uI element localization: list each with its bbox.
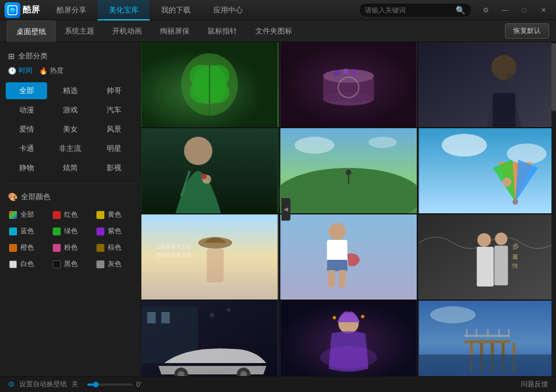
cat-celebrity[interactable]: 明星 [93, 140, 134, 157]
minimize-button[interactable]: — [497, 5, 513, 15]
svg-rect-59 [147, 312, 155, 323]
color-title: 全部颜色 [21, 192, 50, 202]
wallpaper-item-3[interactable] [418, 42, 556, 127]
nav-appstore[interactable]: 应用中心 [202, 0, 254, 20]
slider-track[interactable] [87, 383, 133, 386]
cat-landscape[interactable]: 风景 [93, 121, 134, 138]
svg-rect-82 [466, 329, 468, 337]
color-dot-orange [9, 244, 17, 252]
color-dot-all [9, 211, 17, 219]
svg-rect-86 [508, 329, 510, 337]
title-nav: 酷屏分享 美化宝库 我的下载 应用中心 [45, 0, 359, 20]
color-gray[interactable]: 灰色 [93, 257, 134, 271]
cat-anime[interactable]: 动漫 [6, 102, 47, 119]
close-button[interactable]: ✕ [536, 5, 551, 15]
wallpaper-item-7[interactable]: 让我在离开之前 把你的脸看清楚 [141, 214, 279, 300]
cat-still[interactable]: 静物 [6, 159, 47, 176]
color-label-black: 黑色 [64, 259, 78, 269]
svg-text:步: 步 [513, 242, 520, 250]
tab-folder[interactable]: 文件夹图标 [246, 20, 301, 42]
cat-nonmainstream[interactable]: 非主流 [49, 140, 91, 157]
title-bar: 酷屏 酷屏分享 美化宝库 我的下载 应用中心 🔍 ⚙ — □ ✕ [0, 0, 556, 20]
svg-point-29 [368, 137, 397, 148]
cat-love[interactable]: 爱情 [6, 121, 47, 138]
settings-small-icon: ⚙ [8, 380, 15, 389]
tab-screensaver[interactable]: 绚丽屏保 [151, 20, 199, 42]
color-khaki[interactable]: 棕色 [93, 241, 134, 255]
search-box: 🔍 [359, 3, 472, 18]
feedback-button[interactable]: 问题反馈 [521, 380, 548, 389]
color-orange[interactable]: 橙色 [6, 241, 47, 255]
color-all[interactable]: 全部 [6, 208, 47, 222]
content-wrapper: ◀ [141, 42, 556, 376]
collapse-sidebar-button[interactable]: ◀ [281, 198, 290, 221]
sort-hot-label: 热度 [50, 66, 64, 75]
wallpaper-item-8[interactable] [280, 214, 418, 300]
cat-car[interactable]: 汽车 [93, 102, 134, 119]
cat-movie[interactable]: 影视 [93, 159, 134, 176]
color-grid: 全部 红色 黄色 蓝色 绿色 紫色 [0, 205, 140, 273]
svg-rect-84 [487, 329, 489, 337]
reset-button[interactable]: 恢复默认 [505, 23, 549, 39]
nav-share[interactable]: 酷屏分享 [45, 0, 98, 20]
wallpaper-item-5[interactable] [280, 128, 418, 213]
category-title: 全部分类 [18, 51, 48, 61]
color-green[interactable]: 绿色 [49, 224, 91, 238]
svg-point-37 [503, 178, 512, 187]
cat-all[interactable]: 全部 [6, 82, 47, 99]
color-label-orange: 橙色 [20, 243, 34, 252]
cat-cool[interactable]: 炫简 [49, 159, 91, 176]
cat-game[interactable]: 游戏 [49, 102, 91, 119]
tab-theme[interactable]: 系统主题 [56, 20, 103, 42]
color-yellow[interactable]: 黄色 [93, 208, 134, 222]
wallpaper-item-1[interactable] [141, 42, 279, 127]
color-label-yellow: 黄色 [108, 210, 121, 220]
svg-point-15 [334, 70, 340, 76]
wallpaper-item-6[interactable] [418, 128, 556, 213]
color-pink[interactable]: 粉色 [49, 241, 91, 255]
sort-time[interactable]: 🕐 时间 [8, 66, 32, 75]
wallpaper-item-10[interactable]: ❄ ❄ [141, 301, 279, 376]
category-section-title: ⊞ 全部分类 [0, 48, 140, 65]
sort-time-label: 时间 [19, 66, 32, 75]
sub-nav: 桌面壁纸 系统主题 开机动画 绚丽屏保 鼠标指针 文件夹图标 恢复默认 [0, 20, 556, 42]
cat-cartoon[interactable]: 卡通 [6, 140, 47, 157]
wallpaper-item-9[interactable]: 步 履 情 [418, 214, 556, 300]
color-section-title: 🎨 全部颜色 [0, 188, 140, 205]
svg-text:让我在离开之前: 让我在离开之前 [155, 244, 191, 250]
tab-cursor[interactable]: 鼠标指针 [199, 20, 246, 42]
color-label-purple: 紫色 [108, 226, 121, 236]
cat-beauty[interactable]: 美女 [49, 121, 91, 138]
search-icon[interactable]: 🔍 [456, 6, 465, 15]
search-input[interactable] [365, 6, 456, 14]
cat-handsome[interactable]: 帅哥 [93, 82, 134, 99]
slider-thumb[interactable] [93, 382, 99, 387]
wallpaper-item-11[interactable] [280, 301, 418, 376]
wallpaper-item-2[interactable] [280, 42, 418, 127]
maximize-button[interactable]: □ [516, 5, 532, 15]
color-black[interactable]: 黑色 [49, 257, 91, 271]
wallpaper-item-12[interactable] [418, 301, 556, 376]
nav-beautify[interactable]: 美化宝库 [98, 0, 150, 20]
color-dot-green [53, 227, 61, 235]
color-purple[interactable]: 紫色 [93, 224, 134, 238]
svg-point-16 [343, 69, 348, 74]
tab-wallpaper[interactable]: 桌面壁纸 [7, 20, 56, 42]
svg-point-70 [332, 316, 336, 319]
color-blue[interactable]: 蓝色 [6, 224, 47, 238]
svg-text:履: 履 [513, 254, 519, 260]
svg-rect-60 [161, 312, 170, 323]
cat-featured[interactable]: 精选 [49, 82, 91, 99]
svg-point-34 [442, 134, 487, 157]
color-white[interactable]: 白色 [6, 257, 47, 271]
wallpaper-item-4[interactable] [141, 128, 279, 213]
color-red[interactable]: 红色 [49, 208, 91, 222]
scrollbar-thumb[interactable] [551, 43, 556, 111]
grid-icon: ⊞ [8, 52, 15, 61]
sort-hot[interactable]: 🔥 热度 [39, 66, 64, 75]
nav-download[interactable]: 我的下载 [150, 0, 202, 20]
settings-button[interactable]: ⚙ [478, 5, 494, 15]
tab-boot[interactable]: 开机动画 [103, 20, 151, 42]
svg-point-26 [201, 174, 207, 179]
svg-rect-42 [207, 248, 224, 283]
